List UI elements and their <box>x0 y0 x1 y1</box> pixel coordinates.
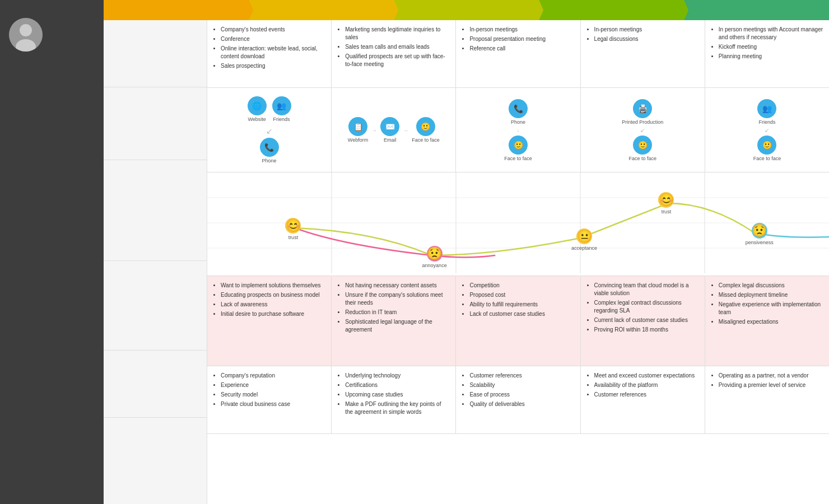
main-content: Company's hosted eventsConferenceOnline … <box>104 0 829 504</box>
content-area: Company's hosted eventsConferenceOnline … <box>104 20 829 504</box>
touchpoint-cell-3: In-person meetingsLegal discussions <box>581 20 705 87</box>
barrier-cell-1: Not having necessary content assetsUnsur… <box>332 276 456 366</box>
label-experience <box>104 160 207 261</box>
stage-proposal <box>394 0 539 20</box>
barrier-cell-4: Complex legal discussionsMissed deployme… <box>705 276 829 366</box>
emotion-4: 😟 pensiveness <box>746 223 774 245</box>
process-cell-3: 🖨️Printed Production ↙ 🙂Face to face <box>581 88 705 172</box>
app-layout: Company's hosted eventsConferenceOnline … <box>0 0 829 504</box>
label-motivators <box>104 351 207 418</box>
motivator-cell-2: Customer referencesScalabilityEase of pr… <box>456 366 580 433</box>
process-cell-4: 👥Friends ↙ 🙂Face to face <box>705 88 829 172</box>
stage-aware <box>104 0 249 20</box>
row-process: 🌐 Website 👥 Friends ↙ 📞 Phone 📋Webform →… <box>207 88 829 172</box>
label-touchpoints <box>104 20 207 87</box>
avatar <box>9 18 43 52</box>
stages-header <box>104 0 829 20</box>
stage-implementation <box>684 0 829 20</box>
touchpoint-cell-1: Marketing sends legitimate inquiries to … <box>332 20 456 87</box>
label-process <box>104 87 207 160</box>
motivator-cell-3: Meet and exceed customer expectationsAva… <box>581 366 705 433</box>
process-cell-1: 📋Webform → ✉️Email → 🙂Face to face <box>332 88 456 172</box>
barrier-cell-2: CompetitionProposed costAbility to fulfi… <box>456 276 580 366</box>
row-touchpoints: Company's hosted eventsConferenceOnline … <box>207 20 829 88</box>
row-barriers: Want to implement solutions themselvesEd… <box>207 276 829 366</box>
row-motivators: Company's reputationExperienceSecurity m… <box>207 366 829 434</box>
motivator-cell-4: Operating as a partner, not a vendorProv… <box>705 366 829 433</box>
row-labels <box>104 20 207 504</box>
touchpoint-cell-4: In person meetings with Account manager … <box>705 20 829 87</box>
barrier-cell-3: Convincing team that cloud model is a vi… <box>581 276 705 366</box>
svg-point-1 <box>20 24 32 36</box>
stage-purchase <box>539 0 684 20</box>
emotion-2: 😐 acceptance <box>571 228 597 251</box>
stage-consideration <box>249 0 394 20</box>
motivator-cell-0: Company's reputationExperienceSecurity m… <box>207 366 332 433</box>
emotions-overlay: 😊 trust😟 annoyance😐 acceptance😊 trust😟 p… <box>207 172 829 276</box>
emotion-0: 😊 trust <box>285 218 301 240</box>
label-barriers <box>104 261 207 351</box>
sidebar <box>0 0 104 504</box>
process-cell-0: 🌐 Website 👥 Friends ↙ 📞 Phone <box>207 88 332 172</box>
process-cell-2: 📞Phone ↓ 🙂Face to face <box>456 88 580 172</box>
emotion-3: 😊 trust <box>658 192 674 214</box>
motivator-cell-1: Underlying technologyCertificationsUpcom… <box>332 366 456 433</box>
row-experience: 😊 trust😟 annoyance😐 acceptance😊 trust😟 p… <box>207 172 829 276</box>
touchpoint-cell-0: Company's hosted eventsConferenceOnline … <box>207 20 332 87</box>
barrier-cell-0: Want to implement solutions themselvesEd… <box>207 276 332 366</box>
grid-area: Company's hosted eventsConferenceOnline … <box>207 20 829 504</box>
touchpoint-cell-2: In-person meetingsProposal presentation … <box>456 20 580 87</box>
emotion-1: 😟 annoyance <box>422 246 447 268</box>
